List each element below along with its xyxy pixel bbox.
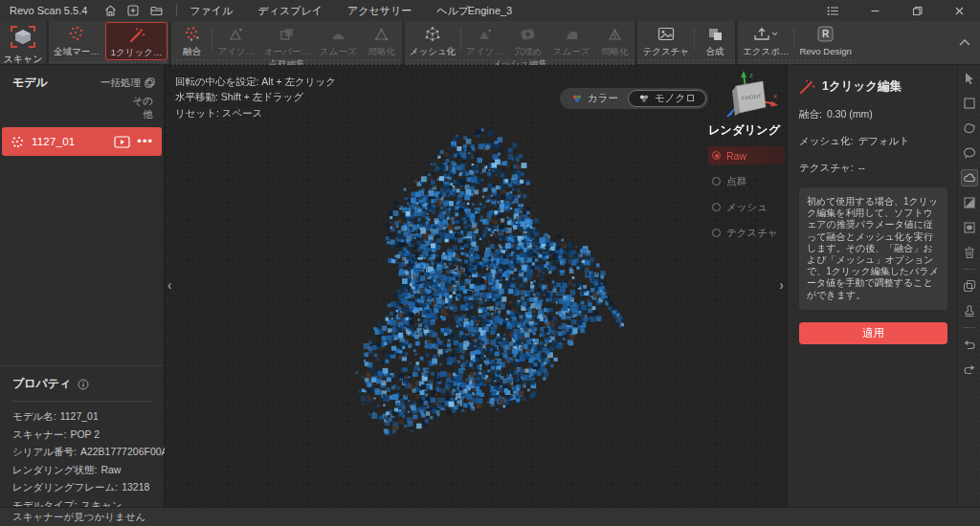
rendering-title: レンダリング (708, 122, 785, 139)
mono-mode-option[interactable]: モノクロ (628, 90, 706, 107)
close-button[interactable] (949, 3, 969, 18)
color-dots-icon (571, 94, 583, 103)
svg-text:R: R (822, 29, 830, 39)
duplicate-icon[interactable] (961, 277, 978, 295)
scan-mode-button[interactable]: スキャン (0, 21, 46, 64)
texture-button[interactable]: テクスチャ (637, 21, 694, 58)
model-panel: モデル 一括処理 その他 1127_01 ••• プロパティ モデル名:1127… (0, 65, 165, 507)
strip-divider (963, 327, 975, 328)
properties-title: プロパティ (12, 376, 71, 392)
info-icon[interactable] (78, 379, 89, 390)
axis-z-label: z (749, 71, 753, 79)
scan-icon (10, 25, 36, 53)
fusion-button[interactable]: 融合 (171, 21, 212, 58)
magic-wand-icon (799, 79, 815, 95)
undo-icon[interactable] (961, 336, 978, 353)
scanner-status-message: スキャナーが見つかりません (12, 511, 145, 524)
menu-accessories[interactable]: アクセサリー (347, 4, 412, 18)
titlebar: Revo Scan 5.5.4 ファイル ディスプレイ アクセサリー ヘルプ E… (0, 0, 980, 21)
revo-design-button[interactable]: R Revo Design (794, 21, 856, 56)
merge-icon (707, 25, 724, 43)
collapse-right-panel-arrow[interactable]: › (779, 277, 784, 293)
rendering-option-texture[interactable]: テクスチャ (708, 224, 785, 242)
isolation-icon (228, 25, 244, 43)
stamp-tool-icon[interactable] (961, 302, 978, 319)
batch-copy-icon (145, 77, 155, 88)
pc-smooth-button[interactable]: スムーズ (315, 21, 362, 58)
hint-reset: リセット: スペース (175, 105, 336, 121)
merge-button[interactable]: 合成 (695, 21, 735, 58)
mesh-smooth-button[interactable]: スムーズ (548, 21, 595, 58)
menu-bar: ファイル ディスプレイ アクセサリー ヘルプ (189, 4, 469, 18)
meshing-button[interactable]: メッシュ化 (405, 21, 460, 58)
viewport-3d[interactable]: 回転の中心を設定: Alt + 左クリック 水平移動: Shift + 左ドラッ… (165, 65, 787, 507)
full-marker-button[interactable]: 全域マー… (49, 21, 104, 58)
window-controls (821, 3, 970, 18)
hint-rotate: 回転の中心を設定: Alt + 左クリック (175, 74, 336, 89)
mesh-isolation-button[interactable]: アイソ… (461, 21, 508, 58)
point-cloud-canvas[interactable] (165, 65, 787, 507)
open-folder-icon[interactable] (146, 3, 166, 18)
collapse-left-panel-arrow[interactable]: ‹ (167, 277, 172, 293)
overlap-icon (279, 25, 295, 43)
simplify-icon (373, 25, 390, 43)
scan-label: スキャン (4, 53, 43, 66)
full-marker-label: 全域マー… (54, 46, 100, 58)
model-more-button[interactable]: ••• (137, 138, 153, 145)
mesh-isolation-label: アイソ… (466, 46, 503, 58)
one-click-edit-button[interactable]: 1クリック… (105, 22, 168, 60)
invert-select-icon[interactable] (961, 194, 978, 211)
apply-button[interactable]: 適用 (799, 322, 947, 344)
delete-selection-icon[interactable] (961, 244, 978, 261)
navigation-cube[interactable]: z x FRONT (720, 69, 781, 126)
cloud-select-icon[interactable] (961, 169, 978, 186)
redo-icon[interactable] (961, 361, 978, 378)
hole-fill-button[interactable]: 穴埋め (508, 21, 548, 58)
rectangle-select-icon[interactable] (961, 95, 978, 112)
others-label[interactable]: その他 (128, 94, 153, 121)
pc-overlap-button[interactable]: オーバー… (259, 21, 315, 58)
menu-file[interactable]: ファイル (189, 4, 233, 18)
rendering-option-mesh[interactable]: メッシュ (708, 198, 785, 216)
texture-group: テクスチャ 合成 (637, 21, 735, 64)
pc-isolation-button[interactable]: アイソ… (212, 21, 259, 58)
mesh-edit-group: メッシュ化 アイソ… 穴埋め (405, 21, 635, 64)
model-list-item[interactable]: 1127_01 ••• (2, 127, 162, 156)
minimize-button[interactable] (865, 3, 884, 18)
export-icon (753, 25, 778, 43)
toolbar-collapse-chevron[interactable] (959, 33, 970, 50)
fusion-dots-icon (182, 25, 201, 43)
rendering-option-raw[interactable]: Raw (708, 146, 785, 164)
new-project-icon[interactable] (123, 3, 143, 18)
lasso-select-icon[interactable] (961, 120, 978, 137)
select-cursor-icon[interactable] (961, 70, 978, 87)
menu-help[interactable]: ヘルプ (436, 4, 469, 18)
texture-label: テクスチャ (642, 46, 689, 58)
model-name: 1127_01 (32, 136, 107, 147)
ellipse-select-icon[interactable] (961, 144, 978, 162)
frame-player-icon[interactable] (114, 136, 130, 148)
mesh-smooth-label: スムーズ (553, 46, 590, 58)
layout-toggle-icon[interactable] (823, 3, 842, 18)
batch-process-button[interactable]: 一括処理 (100, 77, 155, 90)
export-button[interactable]: エクスポ… (738, 21, 793, 58)
texture-image-icon (657, 25, 675, 43)
mask-select-icon[interactable] (961, 219, 978, 236)
mesh-simplify-button[interactable]: 簡略化 (594, 21, 635, 58)
pc-smooth-label: スムーズ (320, 46, 357, 58)
export-band (738, 58, 857, 64)
maximize-button[interactable] (907, 3, 926, 18)
export-label: エクスポ… (743, 46, 789, 58)
pc-simplify-button[interactable]: 簡略化 (362, 21, 402, 58)
revo-design-label: Revo Design (799, 46, 851, 56)
rendering-option-pointcloud[interactable]: 点群 (708, 172, 785, 190)
meshing-label: メッシュ化 (410, 46, 456, 58)
menu-display[interactable]: ディスプレイ (257, 4, 323, 18)
color-mode-toggle: カラー モノクロ (560, 88, 708, 109)
strip-divider (963, 269, 975, 270)
color-mode-option[interactable]: カラー (562, 90, 628, 107)
export-group: エクスポ… R Revo Design (738, 21, 857, 64)
simplify-mesh-icon (607, 25, 623, 43)
viewport-hints: 回転の中心を設定: Alt + 左クリック 水平移動: Shift + 左ドラッ… (175, 74, 336, 121)
home-icon[interactable] (100, 3, 120, 18)
